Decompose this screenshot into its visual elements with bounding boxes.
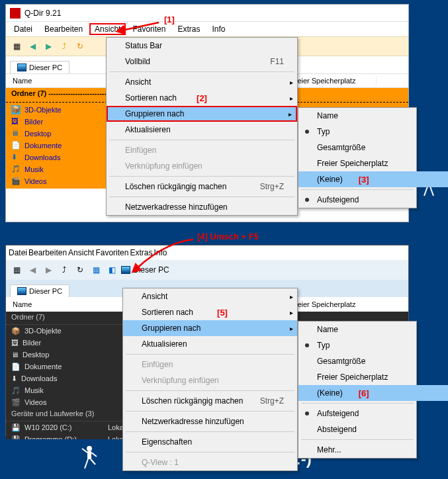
svg-line-11 — [85, 459, 88, 468]
menu-datei[interactable]: Datei — [9, 23, 38, 35]
ctx-loeschen[interactable]: Löschen rückgängig machenStrg+Z — [123, 393, 297, 409]
dd-sortieren[interactable]: Sortieren nach[2]▸ — [107, 90, 297, 106]
dd-aktualisieren[interactable]: Aktualisieren — [107, 122, 297, 138]
svg-line-12 — [91, 459, 95, 464]
app-icon — [10, 8, 21, 19]
dd-gruppieren[interactable]: Gruppieren nach▸ — [107, 106, 297, 122]
forward-icon[interactable]: ▶ — [42, 40, 55, 53]
menu-favoriten-2[interactable]: Favoriten — [95, 248, 128, 257]
forward-icon-2[interactable]: ▶ — [42, 263, 55, 277]
tab-dieser-pc[interactable]: Dieser PC — [10, 61, 69, 73]
callout-1: [1] — [164, 15, 175, 24]
sub2-absteigend[interactable]: Absteigend — [298, 421, 448, 437]
svg-line-6 — [122, 22, 159, 30]
menu-bearbeiten[interactable]: Bearbeiten — [39, 23, 88, 35]
view-icon[interactable]: ◧ — [105, 263, 118, 277]
dd-verknuepfung: Verknüpfung einfügen — [107, 158, 297, 174]
pc-icon-2 — [121, 266, 130, 274]
sub2-keine[interactable]: (Keine)[6] — [298, 385, 448, 401]
refresh-icon[interactable]: ↻ — [73, 40, 87, 53]
dd-statusbar[interactable]: Status Bar — [107, 38, 297, 54]
ctx-aktualisieren[interactable]: Aktualisieren — [123, 336, 297, 352]
menubar-dark: Datei Bearbeiten Ansicht Favoriten Extra… — [6, 245, 408, 260]
col-frei[interactable]: Freier Speicherplatz — [284, 77, 377, 85]
dropdown-ansicht: Status Bar VollbildF11 Ansicht▸ Sortiere… — [106, 37, 298, 216]
grid-icon[interactable]: ▦ — [89, 263, 103, 277]
menu-ansicht-2[interactable]: Ansicht — [68, 248, 94, 257]
sub2-gesamt[interactable]: Gesamtgröße — [298, 353, 448, 369]
menu-info[interactable]: Info — [206, 23, 230, 35]
svg-rect-8 — [87, 451, 91, 459]
callout-4: [4] Umsch + F5 — [197, 232, 259, 241]
menu-bearbeiten-2[interactable]: Bearbeiten — [28, 248, 67, 257]
toolbar-dark: ▦ ◀ ▶ ⤴ ↻ ▦ ◧ Dieser PC — [6, 260, 408, 280]
pc-icon — [17, 64, 26, 71]
sub-frei[interactable]: Freier Speicherplatz — [298, 155, 448, 171]
svg-line-9 — [82, 449, 87, 453]
menu-datei-2[interactable]: Datei — [9, 248, 27, 257]
dd-loeschen[interactable]: Löschen rückgängig machenStrg+Z — [107, 179, 297, 195]
menu-extras[interactable]: Extras — [172, 23, 205, 35]
dd-ansicht[interactable]: Ansicht▸ — [107, 74, 297, 90]
dd-vollbild[interactable]: VollbildF11 — [107, 54, 297, 69]
sub2-aufsteigend[interactable]: Aufsteigend — [298, 406, 448, 421]
ctx-ansicht[interactable]: Ansicht▸ — [123, 288, 297, 304]
up-icon[interactable]: ⤴ — [58, 40, 71, 53]
ctx-eigenschaften[interactable]: Eigenschaften — [123, 434, 297, 450]
submenu-gruppieren: Name Typ Gesamtgröße Freier Speicherplat… — [298, 107, 417, 208]
window-title: Q-Dir 9.21 — [24, 9, 61, 18]
ctx-gruppieren[interactable]: Gruppieren nach▸ — [123, 320, 297, 336]
back-icon[interactable]: ◀ — [26, 40, 39, 53]
sub2-frei[interactable]: Freier Speicherplatz — [298, 369, 448, 385]
col-frei-2[interactable]: Freier Speicherplatz — [284, 300, 377, 308]
layout-icon-2[interactable]: ▦ — [10, 263, 23, 277]
svg-line-10 — [91, 453, 97, 457]
sub-keine[interactable]: (Keine)[3] — [298, 171, 448, 187]
layout-icon[interactable]: ▦ — [10, 40, 23, 53]
sub2-name[interactable]: Name — [298, 322, 448, 337]
up-icon-2[interactable]: ⤴ — [58, 263, 71, 277]
ctx-sortieren[interactable]: Sortieren nach[5]▸ — [123, 304, 297, 320]
arrow-1 — [119, 19, 165, 36]
sub2-typ[interactable]: Typ — [298, 337, 448, 353]
tab-dieser-pc-2[interactable]: Dieser PC — [10, 284, 69, 297]
sub-typ[interactable]: Typ — [298, 124, 448, 140]
dd-netzwerk[interactable]: Netzwerkadresse hinzufügen — [107, 199, 297, 215]
back-icon-2[interactable]: ◀ — [26, 263, 39, 277]
menubar: Datei Bearbeiten Ansicht Favoriten Extra… — [6, 22, 408, 36]
arrow-4 — [132, 236, 199, 277]
titlebar: Q-Dir 9.21 — [6, 5, 408, 22]
sub-aufsteigend[interactable]: Aufsteigend — [298, 192, 448, 208]
sub2-mehr[interactable]: Mehr... — [298, 442, 448, 458]
sub-gesamt[interactable]: Gesamtgröße — [298, 140, 448, 155]
ctx-verknuepfung: Verknüpfung einfügen — [123, 372, 297, 388]
dd-einfuegen: Einfügen — [107, 142, 297, 158]
ctx-qview: Q-View : 1 — [123, 455, 297, 470]
svg-point-7 — [87, 446, 92, 451]
sub-name[interactable]: Name — [298, 108, 448, 124]
ctx-einfuegen: Einfügen — [123, 357, 297, 372]
refresh-icon-2[interactable]: ↻ — [73, 263, 87, 277]
context-menu: Ansicht▸ Sortieren nach[5]▸ Gruppieren n… — [122, 288, 298, 471]
submenu-gruppieren-2: Name Typ Gesamtgröße Freier Speicherplat… — [298, 321, 417, 458]
ctx-netzwerk[interactable]: Netzwerkadresse hinzufügen — [123, 414, 297, 429]
pc-icon-3 — [17, 287, 26, 295]
